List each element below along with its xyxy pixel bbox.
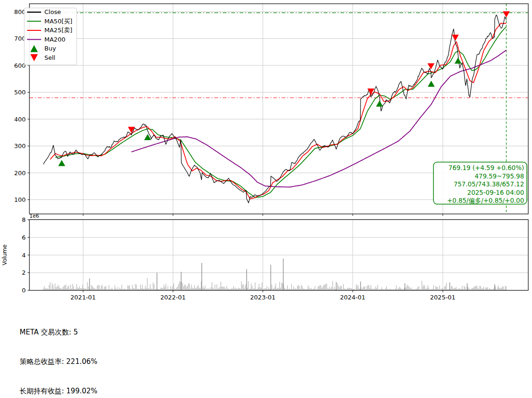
volume-bar: [495, 286, 496, 291]
volume-tick-label: 8: [22, 216, 26, 223]
volume-bar: [150, 284, 150, 291]
volume-bar: [148, 288, 149, 291]
volume-spike-bar: [404, 283, 405, 290]
volume-spike-bar: [89, 278, 90, 291]
volume-bar: [69, 285, 69, 290]
volume-bar: [367, 286, 367, 291]
volume-bar: [79, 286, 80, 291]
volume-bar: [196, 288, 197, 291]
volume-bar: [63, 287, 63, 291]
volume-bar: [219, 288, 219, 290]
volume-bar: [52, 283, 52, 290]
volume-bar: [153, 283, 153, 291]
volume-spike-bar: [156, 273, 157, 291]
volume-bar: [128, 285, 128, 291]
volume-bar: [283, 284, 283, 291]
volume-bar: [406, 287, 406, 290]
volume-bar: [293, 286, 294, 291]
volume-bar: [343, 284, 344, 291]
volume-bar: [141, 288, 142, 291]
volume-bar: [446, 283, 447, 291]
volume-bar: [191, 284, 192, 290]
volume-bar: [227, 286, 227, 291]
volume-bar: [102, 285, 102, 291]
volume-spike-bar: [283, 259, 284, 291]
volume-tick-label: 2: [22, 269, 26, 276]
volume-bar: [65, 285, 66, 291]
volume-bar: [97, 286, 98, 291]
annotation-line: 2025-09-16 04:00: [467, 189, 524, 196]
volume-bar: [161, 288, 161, 291]
volume-bar: [182, 283, 183, 291]
volume-bar: [481, 286, 481, 290]
volume-bar: [56, 287, 56, 291]
volume-bar: [192, 288, 192, 291]
volume-bar: [231, 288, 232, 290]
volume-bar: [474, 287, 474, 291]
volume-bar: [501, 288, 502, 291]
volume-bar: [133, 288, 134, 291]
volume-bar: [418, 286, 418, 290]
volume-bar: [146, 288, 147, 291]
volume-bar: [217, 284, 217, 291]
volume-bar: [348, 288, 348, 291]
volume-bar: [280, 288, 281, 291]
legend-label: MA50[买]: [44, 18, 72, 25]
y-tick-label: 200: [14, 170, 26, 177]
volume-bar: [99, 285, 99, 290]
sell-marker: [427, 64, 434, 70]
volume-bar: [442, 288, 443, 290]
volume-bar: [136, 284, 137, 290]
volume-bar: [211, 287, 211, 291]
legend-label: Close: [44, 8, 61, 15]
volume-bar: [87, 282, 88, 291]
volume-bar: [77, 284, 77, 290]
volume-bar: [281, 283, 282, 291]
volume-bar: [291, 284, 291, 291]
volume-bar: [297, 286, 298, 290]
sell-marker: [503, 11, 510, 17]
x-tick-label: 2021-01: [71, 294, 96, 301]
annotation-line: 757.05/743.38/657.12: [454, 180, 524, 188]
volume-bar: [426, 288, 427, 290]
volume-bar: [201, 281, 201, 290]
volume-bar: [410, 288, 411, 291]
volume-bar: [59, 286, 59, 291]
volume-bar: [261, 288, 261, 291]
volume-tick-label: 4: [22, 252, 26, 259]
volume-bar: [57, 287, 57, 291]
volume-tick-label: 6: [22, 234, 26, 241]
volume-bar: [274, 288, 274, 290]
volume-bar: [194, 285, 195, 290]
volume-spike-bar: [467, 283, 468, 290]
y-tick-label: 300: [14, 142, 26, 149]
volume-bar: [98, 285, 99, 290]
volume-spike-bar: [246, 269, 247, 290]
volume-bar: [445, 286, 446, 291]
volume-bar: [287, 285, 288, 291]
volume-bar: [278, 288, 279, 291]
volume-bar: [165, 287, 165, 290]
volume-bar: [44, 286, 44, 291]
volume-bar: [179, 281, 180, 290]
volume-bar: [238, 288, 239, 291]
volume-bar: [324, 285, 324, 291]
volume-bar: [198, 285, 199, 291]
volume-bar: [168, 286, 168, 291]
legend-label: MA25[卖]: [44, 27, 72, 34]
volume-bar: [109, 285, 109, 290]
volume-bar: [129, 285, 130, 290]
volume-bar: [184, 284, 185, 290]
volume-bar: [68, 286, 68, 290]
x-tick-label: 2024-01: [340, 294, 365, 301]
volume-bar: [351, 288, 352, 291]
volume-bar: [72, 284, 73, 291]
volume-bar: [163, 288, 163, 291]
buy-marker: [454, 57, 461, 64]
y-tick-label: 700: [14, 35, 26, 42]
volume-bar: [319, 286, 319, 290]
volume-bar: [506, 286, 506, 291]
volume-bar: [166, 284, 166, 290]
volume-bar: [101, 286, 101, 291]
volume-bar: [489, 288, 490, 291]
